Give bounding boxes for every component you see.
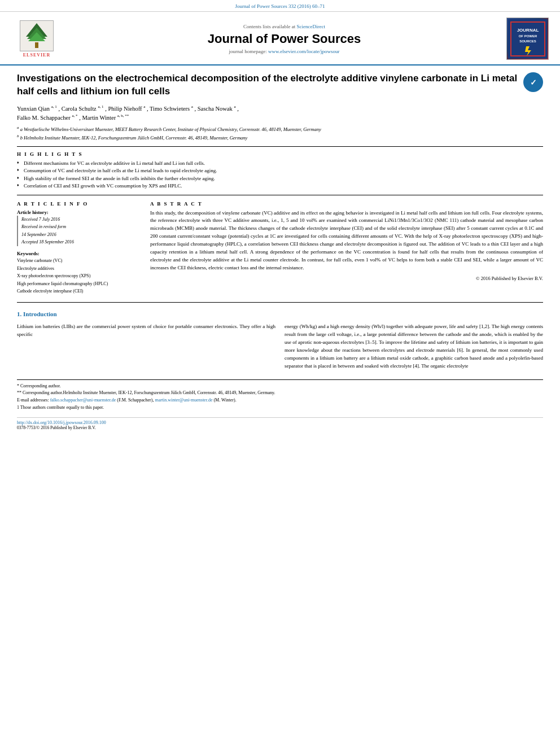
elsevier-logo: ELSEVIER [11,20,62,58]
sciencedirect-text: Contents lists available at ScienceDirec… [68,24,501,29]
journal-homepage: journal homepage: www.elsevier.com/locat… [68,49,501,54]
footnote-1: 1 Those authors contribute equally to th… [17,404,543,412]
footnotes-area: * Corresponding author. ** Corresponding… [17,379,543,412]
email1-link[interactable]: falko.schappacher@uni-muenster.de [50,397,116,403]
issn-text: 0378-7753/© 2016 Published by Elsevier B… [17,425,96,430]
page: Journal of Power Sources 332 (2016) 60–7… [0,0,560,747]
highlights-section: H I G H L I G H T S Different mechanisms… [17,151,543,190]
intro-col2: energy (Wh/kg) and a high energy density… [285,323,543,370]
doi-bar: http://dx.doi.org/10.1016/j.jpowsour.201… [17,417,543,430]
article-dates: Received 7 July 2016 Received in revised… [17,216,141,246]
highlight-item-2: Consumption of VC and electrolyte in hal… [17,167,543,175]
crossmark-badge[interactable]: ✓ [523,72,543,92]
intro-title: Introduction [23,311,57,317]
svg-text:OF POWER: OF POWER [518,34,537,38]
article-title: Investigations on the electrochemical de… [17,72,518,98]
article-title-section: Investigations on the electrochemical de… [17,72,543,98]
email2-link[interactable]: martin.winter@uni-muenster.de [155,397,212,403]
copyright-line: © 2016 Published by Elsevier B.V. [150,276,543,281]
elsevier-name-text: ELSEVIER [23,53,50,58]
introduction-header: 1. Introduction [17,311,543,317]
intro-text-col2: energy (Wh/kg) and a high energy density… [285,323,543,370]
highlight-item-4: Correlation of CEI and SEI growth with V… [17,182,543,190]
introduction-body: Lithium ion batteries (LIBs) are the com… [17,323,543,370]
article-info-col: A R T I C L E I N F O Article history: R… [17,201,141,295]
svg-text:SOURCES: SOURCES [519,40,536,43]
separator-2 [17,195,543,195]
history-label: Article history: [17,209,141,215]
intro-text-col1: Lithium ion batteries (LIBs) are the com… [17,323,275,339]
separator-3 [17,302,543,303]
svg-rect-1 [35,42,38,48]
footnote-star1: * Corresponding author. [17,383,543,390]
journal-logo-image: JOURNAL OF POWER SOURCES [506,18,549,60]
journal-top-bar: Journal of Power Sources 332 (2016) 60–7… [0,0,560,12]
highlights-label: H I G H L I G H T S [17,151,543,157]
highlights-list: Different mechanisms for VC as electroly… [17,160,543,190]
separator-1 [17,146,543,147]
abstract-col: A B S T R A C T In this study, the decom… [150,201,543,295]
svg-text:✓: ✓ [530,78,537,87]
authors-line: Yunxian Qian a, 1 , Carola Schultz a, 1 … [17,104,543,123]
intro-number: 1. [17,311,23,317]
svg-rect-5 [508,19,548,59]
main-content: Investigations on the electrochemical de… [0,65,560,436]
footnote-emails: E-mail addresses: falko.schappacher@uni-… [17,397,543,404]
doi-url[interactable]: http://dx.doi.org/10.1016/j.jpowsour.201… [17,420,106,425]
highlight-item-3: High stability of the formed SEI at the … [17,175,543,183]
highlight-item-1: Different mechanisms for VC as electroly… [17,160,543,168]
keywords-label: Keywords: [17,251,141,256]
intro-col1: Lithium ion batteries (LIBs) are the com… [17,323,275,370]
introduction-section: 1. Introduction Lithium ion batteries (L… [17,311,543,370]
footnote-star2: ** Corresponding author.Helmholtz Instit… [17,390,543,397]
sciencedirect-link[interactable]: ScienceDirect [297,24,325,29]
elsevier-tree-graphic [20,20,54,51]
abstract-label: A B S T R A C T [150,201,543,207]
keywords-section: Keywords: Vinylene carbonate (VC) Electr… [17,251,141,295]
abstract-text: In this study, the decomposition of viny… [150,209,543,273]
header-area: ELSEVIER Contents lists available at Sci… [0,12,560,65]
affiliations: a a Westfaelische Wilhelms-Universitaet … [17,125,543,141]
homepage-link[interactable]: www.elsevier.com/locate/jpowsour [268,49,339,54]
journal-title: Journal of Power Sources [68,32,501,46]
svg-text:JOURNAL: JOURNAL [517,28,539,33]
article-info-label: A R T I C L E I N F O [17,201,141,207]
journal-top-text: Journal of Power Sources 332 (2016) 60–7… [235,3,325,9]
article-info-abstract: A R T I C L E I N F O Article history: R… [17,201,543,295]
keywords-list: Vinylene carbonate (VC) Electrolyte addi… [17,257,141,295]
header-center: Contents lists available at ScienceDirec… [68,24,501,54]
